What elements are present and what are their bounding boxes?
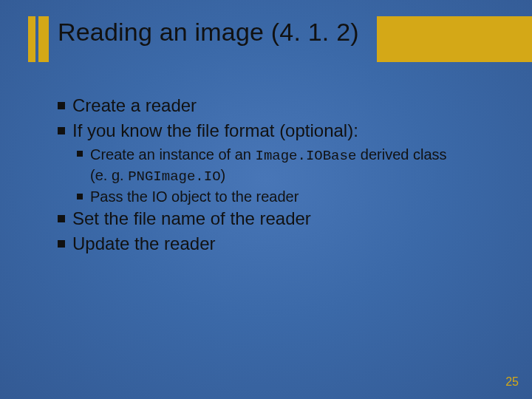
- bullet-level1: If you know the file format (optional):: [58, 120, 494, 142]
- text: ): [221, 167, 226, 183]
- bullet-level2: Pass the IO object to the reader: [77, 187, 494, 206]
- accent-bar: [38, 16, 49, 62]
- bullet-level1: Create a reader: [58, 95, 494, 117]
- code-inline: Image.IOBase: [255, 148, 356, 164]
- slide-title: Reading an image (4. 1. 2): [58, 18, 359, 47]
- text: Create an instance of an: [90, 146, 255, 163]
- code-inline: PNGImage.IO: [128, 168, 220, 185]
- accent-bar: [28, 16, 35, 62]
- page-number: 25: [505, 375, 519, 389]
- slide-body: Create a reader If you know the file for…: [58, 95, 494, 258]
- accent-block-right: [377, 16, 532, 62]
- accent-stripes-left: [0, 16, 52, 62]
- slide: Reading an image (4. 1. 2) Create a read…: [0, 0, 532, 399]
- bullet-level2: Create an instance of an Image.IOBase de…: [77, 145, 494, 185]
- bullet-level1: Update the reader: [58, 233, 494, 255]
- bullet-level1: Set the file name of the reader: [58, 208, 494, 230]
